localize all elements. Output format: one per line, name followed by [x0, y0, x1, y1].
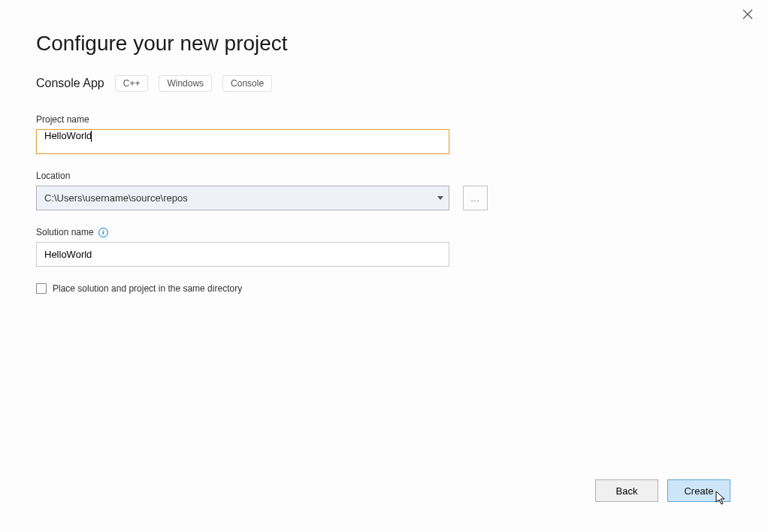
solution-name-label-text: Solution name	[36, 227, 94, 237]
location-value: C:\Users\username\source\repos	[37, 192, 437, 204]
text-cursor-icon	[91, 131, 92, 142]
same-directory-label: Place solution and project in the same d…	[53, 283, 242, 294]
project-name-input[interactable]: HelloWorld	[36, 129, 449, 154]
project-name-value: HelloWorld	[44, 130, 92, 141]
create-button[interactable]: Create	[667, 479, 730, 502]
location-combobox[interactable]: C:\Users\username\source\repos	[36, 186, 449, 210]
browse-button[interactable]: ...	[463, 186, 488, 210]
close-icon[interactable]	[742, 9, 754, 21]
page-title: Configure your new project	[36, 32, 732, 56]
template-name: Console App	[36, 77, 104, 90]
back-button[interactable]: Back	[595, 479, 658, 502]
tag-windows: Windows	[159, 75, 212, 92]
location-label: Location	[36, 171, 732, 181]
template-info-row: Console App C++ Windows Console	[36, 75, 732, 92]
info-icon[interactable]: i	[98, 228, 108, 237]
same-directory-checkbox[interactable]	[36, 283, 47, 294]
svg-marker-2	[437, 196, 443, 200]
solution-name-label: Solution name i	[36, 227, 732, 237]
chevron-down-icon[interactable]	[437, 196, 449, 200]
solution-name-input[interactable]	[36, 242, 449, 267]
tag-console: Console	[222, 75, 272, 92]
tag-cpp: C++	[115, 75, 149, 92]
project-name-label: Project name	[36, 114, 732, 125]
